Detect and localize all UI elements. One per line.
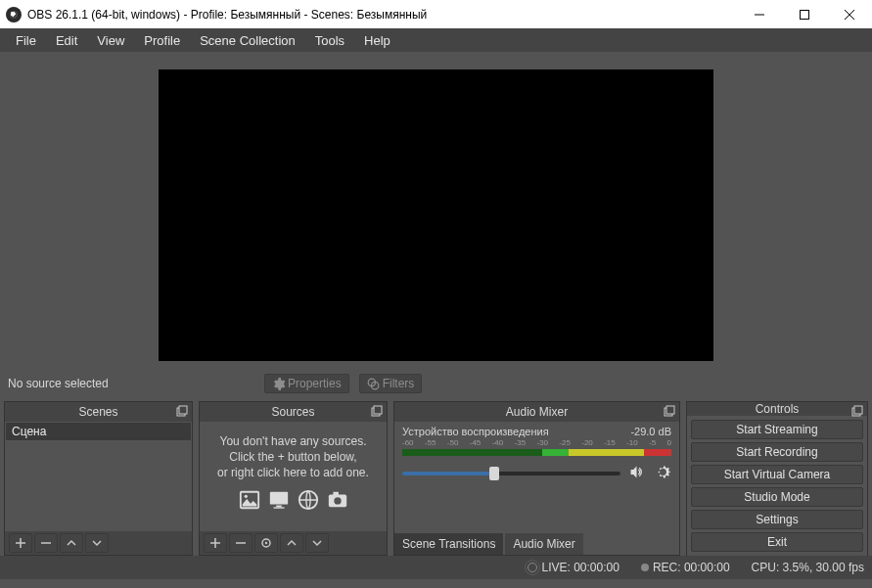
scenes-dock: Scenes Сцена [4,401,193,556]
sources-title: Sources [271,405,314,419]
popout-icon[interactable] [371,405,383,417]
studio-mode-button[interactable]: Studio Mode [691,487,863,507]
no-source-label: No source selected [4,377,264,390]
mixer-header[interactable]: Audio Mixer [394,402,679,422]
gear-icon[interactable] [655,464,671,483]
popout-icon[interactable] [851,405,863,417]
properties-label: Properties [288,377,342,390]
svg-rect-21 [854,406,862,414]
mixer-title: Audio Mixer [506,405,568,419]
menu-scene-collection[interactable]: Scene Collection [190,33,305,48]
exit-button[interactable]: Exit [691,532,863,552]
svg-rect-4 [179,406,187,414]
scene-down-button[interactable] [85,533,109,553]
properties-button[interactable]: Properties [264,374,349,393]
window-title: OBS 26.1.1 (64-bit, windows) - Profile: … [27,8,737,22]
svg-rect-6 [374,406,382,414]
sources-empty-state[interactable]: You don't have any sources. Click the + … [200,422,387,511]
svg-rect-0 [801,10,809,19]
status-bar: LIVE: 00:00:00 REC: 00:00:00 CPU: 3.5%, … [0,556,872,579]
status-live: LIVE: 00:00:00 [528,561,619,574]
menu-tools[interactable]: Tools [305,33,354,48]
svg-rect-9 [269,491,287,504]
settings-button[interactable]: Settings [691,510,863,529]
scenes-title: Scenes [78,405,117,419]
controls-title: Controls [756,402,800,416]
filters-label: Filters [383,377,415,390]
sources-dock: Sources You don't have any sources. Clic… [199,401,388,556]
filters-button[interactable]: Filters [359,374,423,393]
menu-file[interactable]: File [6,33,46,48]
maximize-button[interactable] [782,0,827,28]
svg-point-8 [244,494,247,497]
svg-point-17 [265,542,267,544]
menu-view[interactable]: View [87,33,134,48]
status-rec: REC: 00:00:00 [641,561,730,574]
mixer-meter [402,449,671,456]
popout-icon[interactable] [664,405,675,417]
add-source-button[interactable] [204,533,227,553]
display-icon [267,489,291,511]
preview-canvas[interactable] [159,69,713,361]
sources-footer [200,531,387,555]
start-streaming-button[interactable]: Start Streaming [691,420,863,439]
source-up-button[interactable] [280,533,303,553]
filters-icon [367,378,380,390]
menu-bar: File Edit View Profile Scene Collection … [0,28,872,52]
menu-help[interactable]: Help [354,33,400,48]
speaker-icon[interactable] [628,464,645,483]
sources-empty-line3: or right click here to add one. [217,465,369,480]
svg-point-15 [334,497,341,504]
controls-header[interactable]: Controls [687,402,867,416]
scene-list-item[interactable]: Сцена [6,423,191,440]
menu-profile[interactable]: Profile [134,33,190,48]
sources-empty-line1: You don't have any sources. [220,433,367,449]
scenes-header[interactable]: Scenes [5,402,192,422]
remove-scene-button[interactable] [34,533,58,553]
broadcast-icon [528,563,537,572]
remove-source-button[interactable] [229,533,252,553]
tab-audio-mixer[interactable]: Audio Mixer [505,533,582,555]
mixer-track-name: Устройство воспроизведения [402,426,549,437]
source-toolbar: No source selected Properties Filters [0,370,872,397]
image-icon [238,489,261,511]
gear-icon [272,378,285,390]
audio-mixer-dock: Audio Mixer Устройство воспроизведения -… [393,401,680,556]
svg-rect-19 [666,406,674,414]
status-cpu: CPU: 3.5%, 30.00 fps [752,561,864,574]
mixer-scale: -60 -55 -50 -45 -40 -35 -30 -25 -20 -15 … [400,438,673,447]
mixer-track-db: -29.0 dB [630,426,671,437]
menu-edit[interactable]: Edit [46,33,87,48]
svg-rect-10 [276,505,282,507]
close-button[interactable] [827,0,872,28]
sources-empty-line2: Click the + button below, [229,449,356,465]
sources-header[interactable]: Sources [200,402,387,422]
app-icon [6,7,22,23]
source-empty-icons [238,489,349,511]
controls-dock: Controls Start Streaming Start Recording… [686,401,868,556]
globe-icon [297,489,320,511]
svg-rect-11 [273,507,284,508]
svg-rect-14 [333,491,339,495]
start-recording-button[interactable]: Start Recording [691,442,863,462]
scenes-footer [5,531,192,555]
camera-icon [326,489,349,511]
start-virtual-camera-button[interactable]: Start Virtual Camera [691,465,863,484]
window-titlebar: OBS 26.1.1 (64-bit, windows) - Profile: … [0,0,872,28]
scene-up-button[interactable] [60,533,83,553]
record-icon [641,564,649,571]
source-down-button[interactable] [305,533,329,553]
add-scene-button[interactable] [9,533,32,553]
tab-scene-transitions[interactable]: Scene Transitions [394,533,503,555]
popout-icon[interactable] [176,405,188,417]
volume-slider[interactable] [402,472,620,475]
source-properties-button[interactable] [254,533,278,553]
preview-area [0,52,872,370]
minimize-button[interactable] [737,0,782,28]
